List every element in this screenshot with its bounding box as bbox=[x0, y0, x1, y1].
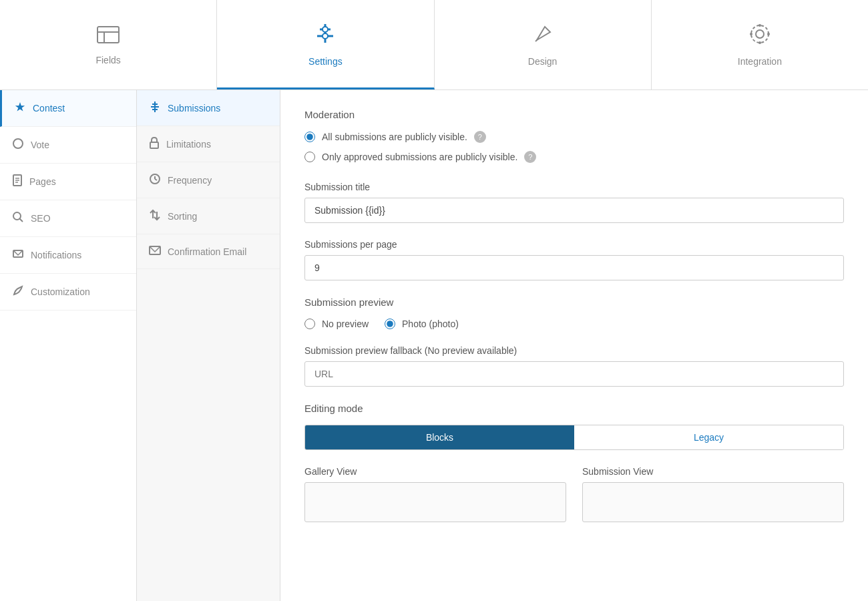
notifications-icon bbox=[12, 248, 24, 262]
submissions-icon bbox=[149, 101, 161, 115]
editing-mode-toggle: Blocks Legacy bbox=[304, 425, 844, 450]
integration-icon bbox=[748, 23, 771, 51]
editing-mode-label: Editing mode bbox=[304, 403, 844, 414]
customization-icon bbox=[12, 284, 24, 299]
sidebar-item-vote[interactable]: Vote bbox=[0, 127, 136, 164]
sidebar-item-seo[interactable]: SEO bbox=[0, 200, 136, 237]
editing-mode-legacy-btn[interactable]: Legacy bbox=[574, 425, 843, 449]
preview-option-photo: Photo (photo) bbox=[385, 319, 459, 329]
content-area: Contest Vote bbox=[0, 90, 868, 601]
submission-preview-fallback-label: Submission preview fallback (No preview … bbox=[304, 345, 844, 356]
submission-preview-group: Submission preview No preview Photo (pho… bbox=[304, 296, 844, 329]
editing-mode-blocks-btn[interactable]: Blocks bbox=[305, 425, 574, 449]
contest-icon bbox=[14, 101, 26, 116]
seo-icon bbox=[12, 211, 24, 226]
svg-point-8 bbox=[756, 30, 764, 38]
msidebar-item-frequency[interactable]: Frequency bbox=[137, 162, 280, 198]
preview-option-no-preview: No preview bbox=[304, 319, 369, 329]
svg-point-19 bbox=[13, 212, 21, 220]
submission-view-preview bbox=[582, 482, 844, 522]
tab-design[interactable]: Design bbox=[435, 0, 652, 89]
moderation-radio-group: All submissions are publicly visible. ? … bbox=[304, 131, 844, 163]
preview-label-photo: Photo (photo) bbox=[402, 319, 459, 329]
moderation-label-all-public: All submissions are publicly visible. bbox=[322, 132, 467, 142]
tab-settings[interactable]: Settings bbox=[217, 0, 434, 89]
svg-point-14 bbox=[13, 139, 23, 148]
sidebar-item-contest-label: Contest bbox=[33, 103, 65, 114]
submissions-per-page-group: Submissions per page bbox=[304, 239, 844, 280]
gallery-view-preview bbox=[304, 482, 566, 522]
sidebar-item-pages[interactable]: Pages bbox=[0, 164, 136, 200]
svg-line-29 bbox=[155, 179, 157, 180]
svg-rect-26 bbox=[150, 142, 158, 148]
help-icon-all-public[interactable]: ? bbox=[474, 131, 486, 143]
moderation-title: Moderation bbox=[304, 109, 844, 120]
left-sidebar: Contest Vote bbox=[0, 90, 137, 601]
sidebar-item-notifications-label: Notifications bbox=[31, 250, 81, 260]
msidebar-item-frequency-label: Frequency bbox=[168, 175, 212, 186]
app-container: Fields Settings Design bbox=[0, 0, 868, 601]
msidebar-item-submissions-label: Submissions bbox=[168, 103, 220, 114]
msidebar-item-sorting-label: Sorting bbox=[168, 211, 197, 222]
sidebar-item-customization-label: Customization bbox=[31, 286, 90, 297]
help-icon-approved-only[interactable]: ? bbox=[524, 151, 536, 163]
svg-point-7 bbox=[322, 33, 328, 39]
pages-icon bbox=[12, 174, 23, 189]
sidebar-item-vote-label: Vote bbox=[31, 140, 49, 150]
preview-radio-group: No preview Photo (photo) bbox=[304, 319, 844, 329]
submissions-per-page-input[interactable] bbox=[304, 255, 844, 280]
svg-point-6 bbox=[322, 27, 328, 32]
svg-point-9 bbox=[751, 25, 769, 43]
moderation-label-approved-only: Only approved submissions are publicly v… bbox=[322, 152, 517, 162]
preview-radio-no-preview[interactable] bbox=[304, 319, 315, 329]
submission-preview-fallback-group: Submission preview fallback (No preview … bbox=[304, 345, 844, 387]
frequency-icon bbox=[149, 173, 161, 187]
vote-icon bbox=[12, 138, 24, 152]
tab-design-label: Design bbox=[528, 56, 558, 67]
msidebar-item-sorting[interactable]: Sorting bbox=[137, 198, 280, 234]
moderation-section: Moderation All submissions are publicly … bbox=[304, 109, 844, 163]
submission-title-group: Submission title bbox=[304, 182, 844, 223]
gallery-view-label: Gallery View bbox=[304, 466, 566, 477]
submission-preview-fallback-input[interactable] bbox=[304, 361, 844, 387]
msidebar-item-submissions[interactable]: Submissions bbox=[137, 90, 280, 126]
submission-title-input[interactable] bbox=[304, 198, 844, 223]
msidebar-item-limitations[interactable]: Limitations bbox=[137, 126, 280, 162]
svg-rect-0 bbox=[97, 27, 119, 43]
svg-point-12 bbox=[750, 33, 752, 35]
submission-title-label: Submission title bbox=[304, 182, 844, 192]
tab-integration-label: Integration bbox=[738, 56, 782, 67]
sidebar-item-customization[interactable]: Customization bbox=[0, 274, 136, 311]
sidebar-item-contest[interactable]: Contest bbox=[0, 90, 136, 127]
sidebar-item-notifications[interactable]: Notifications bbox=[0, 237, 136, 274]
svg-point-10 bbox=[758, 24, 761, 27]
svg-line-20 bbox=[20, 219, 23, 222]
svg-point-11 bbox=[758, 41, 761, 44]
tab-settings-label: Settings bbox=[308, 56, 343, 67]
submission-preview-label: Submission preview bbox=[304, 296, 844, 308]
submission-view-col: Submission View bbox=[582, 466, 844, 522]
fields-icon bbox=[96, 25, 120, 49]
editing-mode-group: Editing mode Blocks Legacy bbox=[304, 403, 844, 450]
middle-sidebar: Submissions Limitations bbox=[137, 90, 280, 601]
msidebar-item-confirmation-email-label: Confirmation Email bbox=[168, 246, 246, 257]
gallery-view-col: Gallery View bbox=[304, 466, 566, 522]
msidebar-item-confirmation-email[interactable]: Confirmation Email bbox=[137, 234, 280, 269]
sidebar-item-seo-label: SEO bbox=[31, 213, 51, 224]
sidebar-item-pages-label: Pages bbox=[29, 176, 56, 187]
preview-radio-photo[interactable] bbox=[385, 319, 395, 329]
moderation-radio-all-public[interactable] bbox=[304, 132, 315, 142]
msidebar-item-limitations-label: Limitations bbox=[166, 139, 211, 150]
moderation-option-approved-only: Only approved submissions are publicly v… bbox=[304, 151, 844, 163]
tab-fields-label: Fields bbox=[95, 55, 120, 65]
moderation-radio-approved-only[interactable] bbox=[304, 152, 315, 162]
confirmation-email-icon bbox=[149, 245, 161, 258]
submissions-per-page-label: Submissions per page bbox=[304, 239, 844, 250]
preview-label-no-preview: No preview bbox=[322, 319, 369, 329]
design-icon bbox=[531, 23, 554, 51]
tab-fields[interactable]: Fields bbox=[0, 0, 217, 89]
tab-integration[interactable]: Integration bbox=[652, 0, 868, 89]
submission-view-label: Submission View bbox=[582, 466, 844, 477]
svg-point-13 bbox=[767, 33, 770, 35]
limitations-icon bbox=[149, 137, 160, 151]
